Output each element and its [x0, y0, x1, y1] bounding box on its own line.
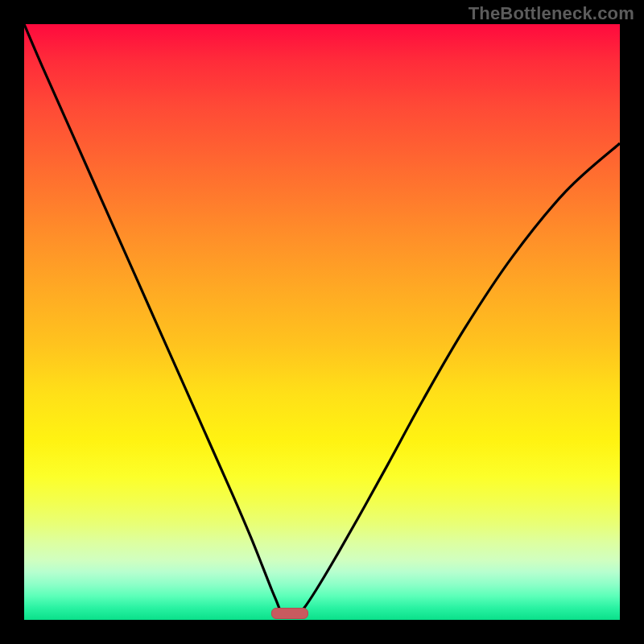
curve-right-branch	[295, 143, 620, 617]
chart-frame: TheBottleneck.com	[0, 0, 644, 644]
curve-layer	[24, 24, 620, 620]
curve-left-branch	[24, 24, 283, 617]
minimum-marker	[271, 608, 308, 619]
plot-area	[24, 24, 620, 620]
watermark-text: TheBottleneck.com	[469, 3, 634, 24]
